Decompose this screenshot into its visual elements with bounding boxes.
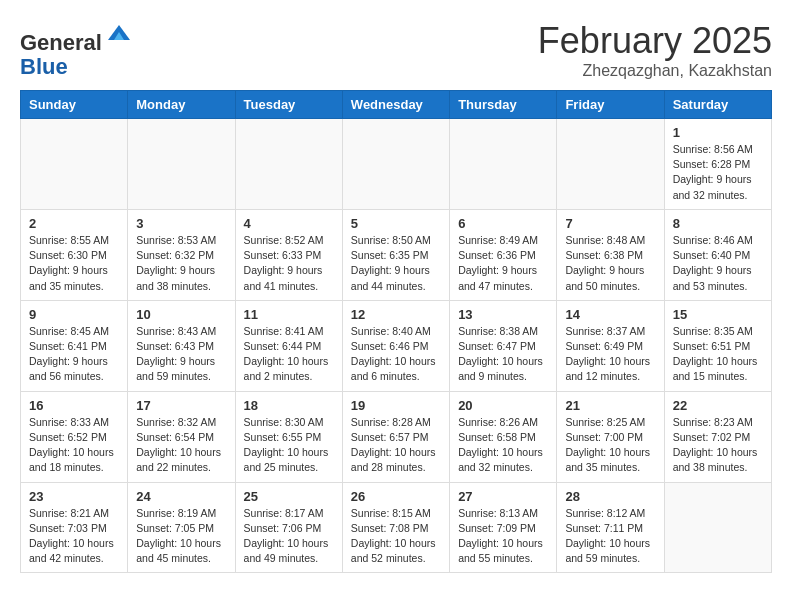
day-number: 24 [136,489,226,504]
day-info: Sunrise: 8:23 AM Sunset: 7:02 PM Dayligh… [673,415,763,476]
calendar-cell: 6Sunrise: 8:49 AM Sunset: 6:36 PM Daylig… [450,209,557,300]
calendar-cell [450,119,557,210]
day-number: 27 [458,489,548,504]
calendar-cell: 15Sunrise: 8:35 AM Sunset: 6:51 PM Dayli… [664,300,771,391]
month-title: February 2025 [538,20,772,62]
day-number: 23 [29,489,119,504]
day-number: 7 [565,216,655,231]
calendar-cell [342,119,449,210]
calendar-cell: 16Sunrise: 8:33 AM Sunset: 6:52 PM Dayli… [21,391,128,482]
day-number: 4 [244,216,334,231]
day-number: 14 [565,307,655,322]
weekday-header-saturday: Saturday [664,91,771,119]
calendar-cell: 2Sunrise: 8:55 AM Sunset: 6:30 PM Daylig… [21,209,128,300]
day-info: Sunrise: 8:32 AM Sunset: 6:54 PM Dayligh… [136,415,226,476]
calendar-cell: 11Sunrise: 8:41 AM Sunset: 6:44 PM Dayli… [235,300,342,391]
day-number: 20 [458,398,548,413]
week-row-1: 1Sunrise: 8:56 AM Sunset: 6:28 PM Daylig… [21,119,772,210]
day-info: Sunrise: 8:37 AM Sunset: 6:49 PM Dayligh… [565,324,655,385]
day-info: Sunrise: 8:46 AM Sunset: 6:40 PM Dayligh… [673,233,763,294]
logo-blue: Blue [20,54,68,79]
day-number: 11 [244,307,334,322]
day-info: Sunrise: 8:50 AM Sunset: 6:35 PM Dayligh… [351,233,441,294]
day-number: 17 [136,398,226,413]
day-info: Sunrise: 8:41 AM Sunset: 6:44 PM Dayligh… [244,324,334,385]
day-info: Sunrise: 8:12 AM Sunset: 7:11 PM Dayligh… [565,506,655,567]
day-number: 19 [351,398,441,413]
calendar-cell [128,119,235,210]
day-info: Sunrise: 8:56 AM Sunset: 6:28 PM Dayligh… [673,142,763,203]
logo: General Blue [20,20,134,79]
calendar-cell: 3Sunrise: 8:53 AM Sunset: 6:32 PM Daylig… [128,209,235,300]
day-info: Sunrise: 8:30 AM Sunset: 6:55 PM Dayligh… [244,415,334,476]
calendar-cell: 4Sunrise: 8:52 AM Sunset: 6:33 PM Daylig… [235,209,342,300]
week-row-5: 23Sunrise: 8:21 AM Sunset: 7:03 PM Dayli… [21,482,772,573]
calendar-cell: 27Sunrise: 8:13 AM Sunset: 7:09 PM Dayli… [450,482,557,573]
calendar-cell: 28Sunrise: 8:12 AM Sunset: 7:11 PM Dayli… [557,482,664,573]
day-info: Sunrise: 8:19 AM Sunset: 7:05 PM Dayligh… [136,506,226,567]
calendar-cell: 17Sunrise: 8:32 AM Sunset: 6:54 PM Dayli… [128,391,235,482]
day-number: 8 [673,216,763,231]
day-number: 21 [565,398,655,413]
day-info: Sunrise: 8:17 AM Sunset: 7:06 PM Dayligh… [244,506,334,567]
day-number: 25 [244,489,334,504]
day-number: 12 [351,307,441,322]
week-row-2: 2Sunrise: 8:55 AM Sunset: 6:30 PM Daylig… [21,209,772,300]
title-block: February 2025 Zhezqazghan, Kazakhstan [538,20,772,80]
calendar-cell: 12Sunrise: 8:40 AM Sunset: 6:46 PM Dayli… [342,300,449,391]
calendar-cell [235,119,342,210]
logo-general: General [20,30,102,55]
day-number: 18 [244,398,334,413]
day-info: Sunrise: 8:21 AM Sunset: 7:03 PM Dayligh… [29,506,119,567]
day-info: Sunrise: 8:40 AM Sunset: 6:46 PM Dayligh… [351,324,441,385]
weekday-header-wednesday: Wednesday [342,91,449,119]
calendar-cell: 21Sunrise: 8:25 AM Sunset: 7:00 PM Dayli… [557,391,664,482]
calendar-cell: 25Sunrise: 8:17 AM Sunset: 7:06 PM Dayli… [235,482,342,573]
day-number: 28 [565,489,655,504]
calendar-cell: 24Sunrise: 8:19 AM Sunset: 7:05 PM Dayli… [128,482,235,573]
weekday-header-row: SundayMondayTuesdayWednesdayThursdayFrid… [21,91,772,119]
weekday-header-sunday: Sunday [21,91,128,119]
day-info: Sunrise: 8:35 AM Sunset: 6:51 PM Dayligh… [673,324,763,385]
calendar-cell: 10Sunrise: 8:43 AM Sunset: 6:43 PM Dayli… [128,300,235,391]
calendar-cell: 19Sunrise: 8:28 AM Sunset: 6:57 PM Dayli… [342,391,449,482]
weekday-header-tuesday: Tuesday [235,91,342,119]
day-info: Sunrise: 8:49 AM Sunset: 6:36 PM Dayligh… [458,233,548,294]
calendar-cell: 20Sunrise: 8:26 AM Sunset: 6:58 PM Dayli… [450,391,557,482]
location: Zhezqazghan, Kazakhstan [538,62,772,80]
day-info: Sunrise: 8:13 AM Sunset: 7:09 PM Dayligh… [458,506,548,567]
day-info: Sunrise: 8:43 AM Sunset: 6:43 PM Dayligh… [136,324,226,385]
calendar-cell: 26Sunrise: 8:15 AM Sunset: 7:08 PM Dayli… [342,482,449,573]
day-number: 9 [29,307,119,322]
calendar-cell: 1Sunrise: 8:56 AM Sunset: 6:28 PM Daylig… [664,119,771,210]
day-number: 10 [136,307,226,322]
day-info: Sunrise: 8:28 AM Sunset: 6:57 PM Dayligh… [351,415,441,476]
calendar-cell: 18Sunrise: 8:30 AM Sunset: 6:55 PM Dayli… [235,391,342,482]
day-number: 13 [458,307,548,322]
page-header: General Blue February 2025 Zhezqazghan, … [20,20,772,80]
day-number: 26 [351,489,441,504]
calendar-cell: 13Sunrise: 8:38 AM Sunset: 6:47 PM Dayli… [450,300,557,391]
day-number: 22 [673,398,763,413]
weekday-header-monday: Monday [128,91,235,119]
calendar-cell: 23Sunrise: 8:21 AM Sunset: 7:03 PM Dayli… [21,482,128,573]
week-row-4: 16Sunrise: 8:33 AM Sunset: 6:52 PM Dayli… [21,391,772,482]
calendar-cell [557,119,664,210]
day-number: 16 [29,398,119,413]
day-info: Sunrise: 8:48 AM Sunset: 6:38 PM Dayligh… [565,233,655,294]
day-number: 6 [458,216,548,231]
calendar-cell: 9Sunrise: 8:45 AM Sunset: 6:41 PM Daylig… [21,300,128,391]
day-info: Sunrise: 8:15 AM Sunset: 7:08 PM Dayligh… [351,506,441,567]
day-info: Sunrise: 8:38 AM Sunset: 6:47 PM Dayligh… [458,324,548,385]
day-number: 5 [351,216,441,231]
weekday-header-thursday: Thursday [450,91,557,119]
day-number: 3 [136,216,226,231]
week-row-3: 9Sunrise: 8:45 AM Sunset: 6:41 PM Daylig… [21,300,772,391]
calendar-cell: 14Sunrise: 8:37 AM Sunset: 6:49 PM Dayli… [557,300,664,391]
calendar-cell: 7Sunrise: 8:48 AM Sunset: 6:38 PM Daylig… [557,209,664,300]
calendar-cell: 8Sunrise: 8:46 AM Sunset: 6:40 PM Daylig… [664,209,771,300]
calendar-cell [21,119,128,210]
logo-icon [104,20,134,50]
day-info: Sunrise: 8:55 AM Sunset: 6:30 PM Dayligh… [29,233,119,294]
calendar-cell: 5Sunrise: 8:50 AM Sunset: 6:35 PM Daylig… [342,209,449,300]
